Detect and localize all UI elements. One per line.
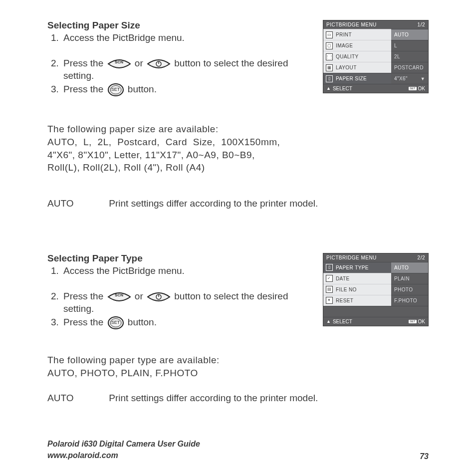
paper-size-lead: The following paper size are available:: [47, 123, 429, 136]
timer-button-icon-2: [147, 291, 171, 303]
menu2-select: SELECT: [333, 319, 352, 324]
menu1-row-paper-size: ▯PAPER SIZE: [323, 73, 391, 84]
menu2-row-file-no: ▤FILE NO: [323, 284, 391, 295]
step-3b: Press the SET button.: [61, 316, 321, 330]
page-number: 73: [420, 452, 429, 461]
footer-title: Polaroid i630 Digital Camera User Guide: [47, 439, 200, 450]
set-label: SET: [107, 87, 124, 93]
menu1-ok: OK: [418, 86, 425, 91]
auto-label-2: AUTO: [47, 393, 106, 404]
scn-label-2: SCN: [107, 293, 131, 298]
select-arrows-icon-2: ▲: [326, 319, 331, 324]
menu2-val-plain: PLAIN: [391, 273, 428, 284]
menu1-val-postcard: POSTCARD: [391, 62, 428, 73]
pictbridge-menu-2: PICTBRIDGE MENU 2/2 ▯PAPER TYPE ✓DATE ▤F…: [323, 253, 429, 326]
auto-text: Print settings differ according to the p…: [109, 198, 318, 209]
step-1b: Access the PictBridge menu.: [61, 265, 321, 277]
step3b-text-b: button.: [128, 317, 157, 327]
menu2-row-paper-type: ▯PAPER TYPE: [323, 262, 391, 273]
paper-type-line1: AUTO, PHOTO, PLAIN, F.PHOTO: [47, 367, 429, 380]
menu2-val-fphoto: F.PHOTO: [391, 295, 428, 306]
step3-text-b: button.: [128, 84, 157, 94]
menu1-row-image: ▢IMAGE: [323, 40, 391, 51]
timer-button-icon: [147, 58, 171, 70]
step2b-text-a: Press the: [63, 291, 103, 301]
menu1-select: SELECT: [333, 86, 352, 91]
menu2-title: PICTBRIDGE MENU: [326, 255, 377, 260]
menu1-val-4x6: 4"X6"▼: [391, 73, 428, 84]
steps-paper-size: Access the PictBridge menu. Press the SC…: [47, 32, 321, 97]
step3b-text-a: Press the: [63, 317, 103, 327]
menu1-val-auto: AUTO: [391, 29, 428, 40]
menu2-val-empty: [391, 306, 428, 317]
paper-size-line1: AUTO, L, 2L, Postcard, Card Size, 100X15…: [47, 136, 429, 149]
menu1-row-quality: ⋮⋮QUALITY: [323, 51, 391, 62]
menu2-row-date: ✓DATE: [323, 273, 391, 284]
menu2-val-auto: AUTO: [391, 262, 428, 273]
scn-button-icon: SCN: [107, 58, 131, 70]
step-3: Press the SET button.: [61, 83, 321, 97]
paper-size-list: The following paper size are available: …: [47, 123, 429, 174]
paper-size-line2: 4"X6", 8"X10", Letter, 11"X17", A0~A9, B…: [47, 149, 429, 162]
scn-label: SCN: [107, 60, 131, 65]
step-1: Access the PictBridge menu.: [61, 32, 321, 44]
section-paper-type: Selecting Paper Type Access the PictBrid…: [47, 253, 429, 404]
menu1-header: PICTBRIDGE MENU 1/2: [323, 20, 428, 29]
menu1-title: PICTBRIDGE MENU: [326, 22, 377, 27]
menu1-row-print: ▭PRINT: [323, 29, 391, 40]
auto-note-paper-size: AUTO Print settings differ according to …: [47, 198, 429, 209]
menu2-row-reset: ✶RESET: [323, 295, 391, 306]
auto-label: AUTO: [47, 198, 106, 209]
file-no-icon: ▤: [326, 286, 333, 293]
date-icon: ✓: [326, 275, 333, 282]
menu1-val-l: L: [391, 40, 428, 51]
step2-text-a: Press the: [63, 58, 103, 68]
reset-icon: ✶: [326, 297, 333, 304]
paper-size-icon: ▯: [326, 75, 333, 82]
paper-type-lead: The following paper type are available:: [47, 354, 429, 367]
menu1-row-layout: ▦LAYOUT: [323, 62, 391, 73]
set-pill-icon-2: SET: [409, 320, 417, 323]
pictbridge-menu-1: PICTBRIDGE MENU 1/2 ▭PRINT ▢IMAGE ⋮⋮QUAL…: [323, 20, 429, 93]
menu2-row-empty: [323, 306, 391, 317]
step3-text-a: Press the: [63, 84, 103, 94]
layout-icon: ▦: [326, 64, 333, 71]
paper-type-list: The following paper type are available: …: [47, 354, 429, 379]
manual-page: Selecting Paper Size Access the PictBrid…: [0, 0, 476, 476]
auto-text-2: Print settings differ according to the p…: [109, 393, 318, 403]
paper-size-line3: Roll(L), Roll(2L), Roll (4"), Roll (A4): [47, 161, 429, 174]
menu2-page: 2/2: [418, 255, 425, 260]
menu2-header: PICTBRIDGE MENU 2/2: [323, 253, 428, 262]
set-button-icon: SET: [107, 83, 124, 97]
paper-type-icon: ▯: [326, 264, 333, 271]
step-2: Press the SCN or button to select the de…: [61, 57, 321, 82]
set-button-icon-2: SET: [107, 316, 124, 330]
select-arrows-icon: ▲: [326, 86, 331, 91]
step2-or: or: [135, 58, 143, 68]
section-paper-size: Selecting Paper Size Access the PictBrid…: [47, 20, 429, 209]
steps-paper-type: Access the PictBridge menu. Press the SC…: [47, 265, 321, 330]
set-label-2: SET: [107, 320, 124, 326]
image-icon: ▢: [326, 42, 333, 49]
menu1-page: 1/2: [418, 22, 425, 27]
scroll-down-icon: ▼: [421, 76, 425, 81]
menu1-footer: ▲ SELECT SETOK: [323, 84, 428, 93]
menu2-footer: ▲ SELECT SETOK: [323, 317, 428, 326]
set-pill-icon: SET: [409, 87, 417, 90]
menu2-val-photo: PHOTO: [391, 284, 428, 295]
step2b-or: or: [135, 291, 143, 301]
menu2-ok: OK: [418, 319, 425, 324]
footer-url: www.polaroid.com: [47, 450, 200, 461]
print-icon: ▭: [326, 31, 333, 38]
quality-icon: ⋮⋮: [326, 53, 333, 60]
menu1-val-2l: 2L: [391, 51, 428, 62]
scn-button-icon-2: SCN: [107, 291, 131, 303]
step-2b: Press the SCN or button to select the de…: [61, 290, 321, 315]
auto-note-paper-type: AUTO Print settings differ according to …: [47, 393, 429, 404]
page-footer: Polaroid i630 Digital Camera User Guide …: [47, 439, 429, 461]
